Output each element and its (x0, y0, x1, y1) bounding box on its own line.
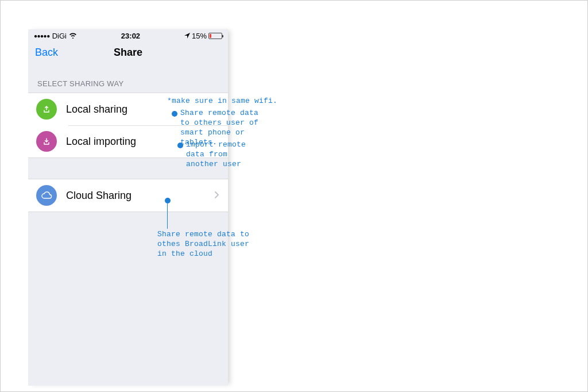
bullet-icon (165, 198, 171, 203)
annotation-cloud: Share remote data to othes BroadLink use… (157, 230, 255, 259)
annotation-line (167, 203, 168, 229)
status-right: 15% (184, 32, 222, 40)
battery-label: 15% (192, 32, 207, 40)
status-bar: ●●●●● DiGi 23:02 15% (28, 29, 228, 41)
status-left: ●●●●● DiGi (34, 32, 77, 40)
carrier-label: DiGi (52, 32, 67, 40)
download-icon (36, 131, 57, 152)
row-cloud-sharing[interactable]: Cloud Sharing (28, 179, 228, 212)
cloud-list: Cloud Sharing (28, 179, 228, 212)
annotation-local-importing: import remote data from another user (186, 140, 261, 170)
time-label: 23:02 (121, 32, 140, 40)
upload-icon (36, 99, 57, 120)
bullet-icon (177, 143, 183, 148)
cloud-icon (36, 185, 57, 206)
wifi-icon (69, 32, 77, 40)
phone-frame: ●●●●● DiGi 23:02 15% Back Share SELECT S… (28, 29, 228, 386)
section-header: SELECT SHARING WAY (28, 63, 228, 93)
nav-bar: Back Share (28, 41, 228, 63)
back-button[interactable]: Back (35, 47, 58, 59)
location-icon (184, 32, 190, 40)
signal-dots-icon: ●●●●● (34, 33, 50, 39)
bullet-icon (172, 111, 177, 117)
chevron-right-icon (214, 190, 220, 202)
page-title: Share (35, 47, 221, 59)
battery-icon (208, 33, 222, 39)
row-label: Cloud Sharing (66, 190, 214, 202)
annotation-wifi-note: *make sure in same wifi. (167, 97, 277, 106)
